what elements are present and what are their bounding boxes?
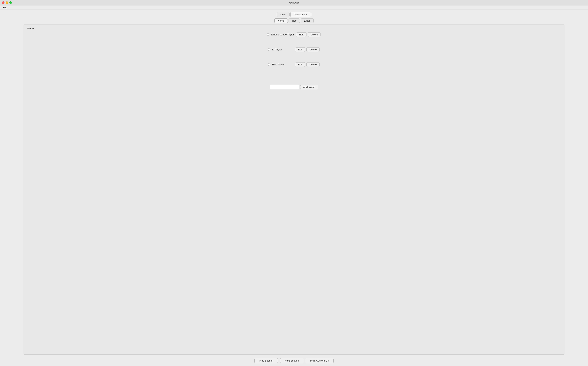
record-2-radio[interactable] bbox=[268, 48, 271, 51]
add-name-button[interactable]: Add Name bbox=[300, 85, 318, 89]
table-row: Scheherazade Taylor Edit Delete bbox=[27, 32, 561, 37]
add-name-row: Add Name bbox=[27, 85, 561, 89]
add-name-input[interactable] bbox=[270, 85, 299, 89]
main-content: User Publications Name Title Email Name … bbox=[0, 10, 588, 356]
record-1-edit-button[interactable]: Edit bbox=[296, 32, 306, 37]
record-3-radio[interactable] bbox=[268, 63, 271, 66]
table-row: SJ Taylor Edit Delete bbox=[27, 47, 561, 52]
record-3-edit-button[interactable]: Edit bbox=[295, 62, 305, 67]
record-3-name: Shaz Taylor bbox=[271, 63, 293, 66]
sub-tab-name[interactable]: Name bbox=[274, 18, 288, 23]
title-bar: GUI App bbox=[0, 0, 588, 6]
tab-user[interactable]: User bbox=[277, 12, 289, 17]
app-title: GUI App bbox=[289, 1, 299, 4]
close-button[interactable] bbox=[2, 1, 5, 4]
minimize-button[interactable] bbox=[6, 1, 8, 4]
prev-section-button[interactable]: Prev Section bbox=[255, 358, 278, 363]
table-row: Shaz Taylor Edit Delete bbox=[27, 62, 561, 67]
record-2-delete-button[interactable]: Delete bbox=[306, 47, 320, 52]
record-1-name: Scheherazade Taylor bbox=[271, 33, 294, 36]
record-1-radio[interactable] bbox=[267, 33, 269, 36]
tab-publications[interactable]: Publications bbox=[290, 12, 311, 17]
record-1-delete-button[interactable]: Delete bbox=[308, 32, 321, 37]
panel-heading: Name bbox=[27, 27, 561, 30]
record-2-edit-button[interactable]: Edit bbox=[295, 47, 305, 52]
sub-tab-title[interactable]: Title bbox=[288, 18, 300, 23]
bottom-bar: Prev Section Next Section Print Custom C… bbox=[0, 356, 588, 366]
record-3-delete-button[interactable]: Delete bbox=[306, 62, 320, 67]
menu-file[interactable]: File bbox=[1, 6, 9, 9]
next-section-button[interactable]: Next Section bbox=[280, 358, 303, 363]
top-tab-row: User Publications bbox=[276, 12, 312, 17]
record-2-name: SJ Taylor bbox=[271, 48, 293, 51]
maximize-button[interactable] bbox=[9, 1, 12, 4]
sub-tab-email[interactable]: Email bbox=[301, 18, 314, 23]
sub-tab-row: Name Title Email bbox=[274, 18, 314, 23]
print-custom-cv-button[interactable]: Print Custom CV bbox=[306, 358, 333, 363]
records-panel: Name Scheherazade Taylor Edit Delete SJ … bbox=[23, 24, 565, 355]
menu-bar: File bbox=[0, 6, 588, 10]
traffic-lights bbox=[2, 1, 12, 4]
